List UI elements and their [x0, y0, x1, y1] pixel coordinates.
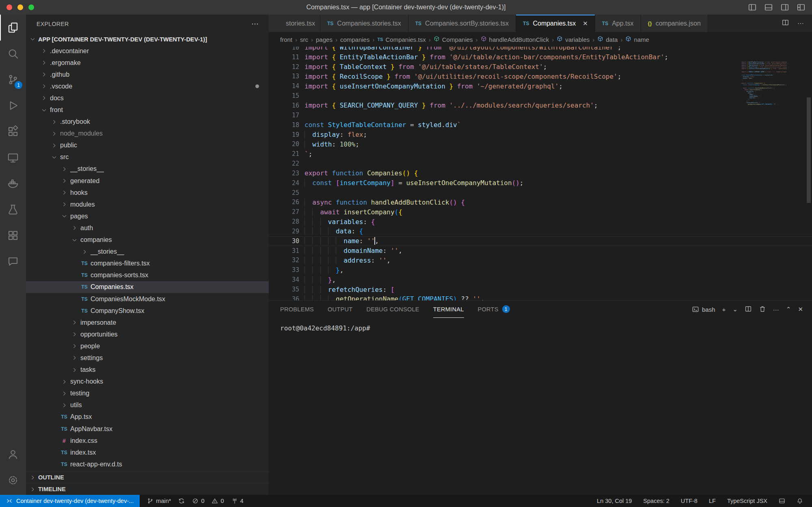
code-line-22[interactable]: 22 — [269, 159, 812, 168]
tree-item-App.tsx[interactable]: TSApp.tsx — [26, 411, 269, 423]
tree-item-companies-filters.tsx[interactable]: TScompanies-filters.tsx — [26, 258, 269, 270]
workspace-section-header[interactable]: APP [CONTAINER DEV-TWENTY-DEV (DEV-TWENT… — [26, 33, 269, 45]
split-editor-button[interactable] — [782, 19, 789, 28]
tree-item-modules[interactable]: modules — [26, 198, 269, 210]
tree-item-sync-hooks[interactable]: sync-hooks — [26, 376, 269, 388]
sidebar-section-timeline[interactable]: TIMELINE — [26, 483, 269, 495]
status-encoding[interactable]: UTF-8 — [681, 498, 698, 504]
code-line-28[interactable]: 28 variables: { — [269, 217, 812, 227]
status-editor-layout[interactable] — [779, 498, 785, 504]
tree-item-pages[interactable]: pages — [26, 210, 269, 222]
code-line-15[interactable]: 15 — [269, 91, 812, 101]
minimize-window-button[interactable] — [17, 4, 23, 10]
status-indentation[interactable]: Spaces: 2 — [643, 498, 669, 504]
code-line-24[interactable]: 24 const [insertCompany] = useInsertOneC… — [269, 178, 812, 188]
code-line-19[interactable]: 19 display: flex; — [269, 130, 812, 140]
new-terminal-button[interactable]: + — [722, 306, 726, 313]
panel-tab-problems[interactable]: PROBLEMS — [280, 301, 314, 318]
tree-item-utils[interactable]: utils — [26, 399, 269, 411]
status-git-branch[interactable]: main* — [147, 498, 171, 504]
breadcrumb-item-data[interactable]: data — [597, 36, 618, 43]
terminal-content[interactable]: root@0a42ecd84891:/app# — [269, 318, 812, 495]
tree-item-companies-sorts.tsx[interactable]: TScompanies-sorts.tsx — [26, 270, 269, 281]
tree-item-.github[interactable]: .github — [26, 69, 269, 80]
activity-item-docker[interactable] — [0, 170, 26, 196]
code-line-14[interactable]: 14import { useInsertOneCompanyMutation }… — [269, 81, 812, 91]
code-editor[interactable]: 10import { WithTopBarContainer } from '@… — [269, 47, 812, 300]
close-window-button[interactable] — [6, 4, 12, 10]
breadcrumb-item-Companies.tsx[interactable]: TSCompanies.tsx — [377, 36, 425, 43]
close-tab-icon[interactable]: ✕ — [583, 20, 588, 27]
tree-item-CompaniesMockMode.tsx[interactable]: TSCompaniesMockMode.tsx — [26, 293, 269, 305]
tree-item-.ergomake[interactable]: .ergomake — [26, 57, 269, 69]
tree-item-index.css[interactable]: #index.css — [26, 435, 269, 447]
tab-App.tsx[interactable]: TSApp.tsx — [595, 15, 641, 32]
editor-scrollbar[interactable] — [807, 97, 811, 203]
tab-companies.json[interactable]: {}companies.json — [641, 15, 708, 32]
code-line-12[interactable]: 12import { TableContext } from '@/ui/tab… — [269, 62, 812, 72]
code-line-10[interactable]: 10import { WithTopBarContainer } from '@… — [269, 47, 812, 52]
code-line-26[interactable]: 26 async function handleAddButtonClick()… — [269, 198, 812, 207]
code-line-20[interactable]: 20 width: 100%; — [269, 139, 812, 149]
status-eol-sequence[interactable]: LF — [709, 498, 716, 504]
tree-item-.storybook[interactable]: .storybook — [26, 116, 269, 128]
close-panel-button[interactable]: ✕ — [798, 306, 803, 313]
tree-item-docs[interactable]: docs — [26, 92, 269, 104]
breadcrumb-item-variables[interactable]: variables — [557, 36, 590, 43]
status-problems-warnings[interactable]: 0 — [212, 498, 224, 504]
tree-item-__stories__[interactable]: __stories__ — [26, 246, 269, 258]
kill-terminal-button[interactable] — [759, 305, 766, 314]
activity-item-explorer[interactable] — [0, 15, 26, 41]
terminal-more-actions-button[interactable]: ··· — [773, 306, 779, 313]
panel-tab-terminal[interactable]: TERMINAL — [433, 301, 464, 318]
code-line-18[interactable]: 18const StyledTableContainer = styled.di… — [269, 120, 812, 130]
code-line-17[interactable]: 17 — [269, 110, 812, 120]
sidebar-section-outline[interactable]: OUTLINE — [26, 471, 269, 483]
tab-Companies.stories.tsx[interactable]: TSCompanies.stories.tsx — [320, 15, 408, 32]
terminal-profile-dropdown-button[interactable]: ⌄ — [732, 306, 738, 313]
breadcrumb-item-companies[interactable]: companies — [340, 36, 370, 43]
panel-tab-ports[interactable]: PORTS1 — [478, 301, 510, 318]
toggle-sidebar-left-button[interactable] — [747, 2, 758, 13]
code-line-36[interactable]: 36 getOperationName(GET_COMPANIES) ?? ''… — [269, 294, 812, 300]
code-line-33[interactable]: 33 }, — [269, 265, 812, 275]
tree-item-tasks[interactable]: tasks — [26, 364, 269, 376]
tree-item-people[interactable]: people — [26, 340, 269, 352]
panel-tab-debug-console[interactable]: DEBUG CONSOLE — [366, 301, 419, 318]
tab-Companies.sortBy.stories.tsx[interactable]: TSCompanies.sortBy.stories.tsx — [408, 15, 516, 32]
code-line-35[interactable]: 35 refetchQueries: [ — [269, 285, 812, 294]
breadcrumb-item-name[interactable]: name — [625, 36, 649, 43]
maximize-panel-button[interactable]: ⌃ — [786, 306, 791, 313]
code-line-21[interactable]: 21`; — [269, 149, 812, 159]
tree-item-auth[interactable]: auth — [26, 222, 269, 234]
activity-item-database[interactable] — [0, 222, 26, 248]
toggle-sidebar-right-button[interactable] — [780, 2, 790, 13]
tree-item-front[interactable]: front — [26, 104, 269, 116]
code-line-23[interactable]: 23export function Companies() { — [269, 168, 812, 178]
status-problems-errors[interactable]: 0 — [192, 498, 204, 504]
activity-item-source-control[interactable]: 1 — [0, 67, 26, 93]
tree-item-src[interactable]: src — [26, 151, 269, 163]
code-line-34[interactable]: 34 }, — [269, 275, 812, 285]
status-notifications[interactable] — [797, 498, 803, 504]
more-actions-button[interactable]: ··· — [797, 20, 804, 27]
activity-item-search[interactable] — [0, 41, 26, 67]
status-language-mode[interactable]: TypeScript JSX — [727, 498, 767, 504]
activity-item-comments[interactable] — [0, 248, 26, 274]
breadcrumb-item-front[interactable]: front — [280, 36, 292, 43]
status-sync-changes[interactable] — [178, 498, 185, 504]
status-remote-indicator[interactable]: Container dev-twenty-dev (dev-twenty-dev… — [0, 495, 140, 507]
code-line-31[interactable]: 31 domainName: '', — [269, 246, 812, 256]
tab-Companies.tsx[interactable]: TSCompanies.tsx✕ — [516, 15, 595, 32]
tree-item-CompanyShow.tsx[interactable]: TSCompanyShow.tsx — [26, 305, 269, 317]
tree-item-Companies.tsx[interactable]: TSCompanies.tsx — [26, 281, 269, 293]
tree-item-react-app-env.d.ts[interactable]: TSreact-app-env.d.ts — [26, 458, 269, 470]
tree-item-impersonate[interactable]: impersonate — [26, 317, 269, 328]
code-line-13[interactable]: 13import { RecoilScope } from '@/ui/util… — [269, 72, 812, 82]
activity-item-remote-explorer[interactable] — [0, 145, 26, 170]
activity-item-accounts[interactable] — [0, 441, 26, 467]
breadcrumb-item-pages[interactable]: pages — [316, 36, 333, 43]
tree-item-index.tsx[interactable]: TSindex.tsx — [26, 447, 269, 458]
explorer-more-actions-icon[interactable]: ⋯ — [251, 19, 259, 28]
code-line-27[interactable]: 27 await insertCompany({ — [269, 207, 812, 217]
